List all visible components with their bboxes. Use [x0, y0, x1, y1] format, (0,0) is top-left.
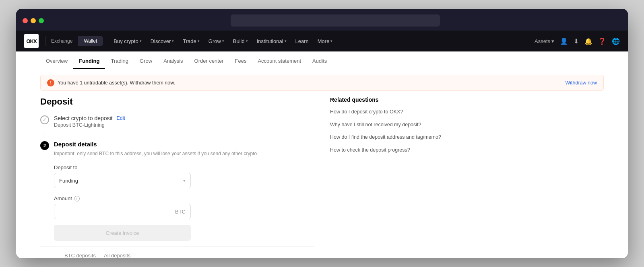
create-invoice-button[interactable]: Create invoice	[54, 225, 191, 241]
nav-item-build[interactable]: Build ▾	[229, 36, 252, 47]
step-2-content: Deposit details Important: only send BTC…	[54, 141, 314, 241]
step-1-sublabel: Deposit BTC-Lightning	[54, 122, 314, 128]
related-title: Related questions	[330, 97, 443, 103]
deposit-title: Deposit	[40, 97, 314, 107]
chevron-down-icon: ▾	[140, 39, 142, 43]
alert-left: ! You have 1 untradable asset(s). Withdr…	[47, 79, 175, 86]
nav-item-buy-crypto[interactable]: Buy crypto ▾	[109, 36, 145, 47]
chevron-down-icon: ▾	[222, 39, 224, 43]
assets-button[interactable]: Assets ▾	[535, 38, 554, 44]
nav-item-institutional[interactable]: Institutional ▾	[253, 36, 291, 47]
close-button-icon[interactable]	[23, 18, 28, 23]
browser-content: OKX Exchange Wallet Buy crypto ▾ Discove…	[16, 31, 628, 258]
tab-order-center[interactable]: Order center	[189, 58, 229, 69]
deposit-to-select[interactable]: Funding ▾	[54, 173, 191, 188]
step-1-label: Select crypto to deposit	[54, 115, 113, 121]
user-icon[interactable]: 👤	[560, 37, 568, 45]
amount-input[interactable]	[59, 209, 175, 215]
nav-item-grow[interactable]: Grow ▾	[204, 36, 228, 47]
nav-right: Assets ▾ 👤 ⬇ 🔔 ❓ 🌐	[535, 37, 620, 45]
step-2-label: Deposit details	[54, 141, 314, 148]
step-1-circle: ✓	[40, 115, 49, 124]
btc-deposits-tab[interactable]: BTC deposits	[64, 253, 96, 258]
globe-icon[interactable]: 🌐	[612, 37, 620, 45]
step-1-content: Select crypto to deposit Edit Deposit BT…	[54, 115, 314, 128]
tab-fees[interactable]: Fees	[229, 58, 252, 69]
amount-label: Amount i	[54, 195, 314, 201]
minimize-button-icon[interactable]	[31, 18, 36, 23]
address-bar[interactable]	[231, 14, 440, 27]
logo-text: OKX	[26, 38, 36, 44]
chevron-down-icon: ▾	[330, 39, 332, 43]
tab-trading[interactable]: Trading	[105, 58, 134, 69]
step-connector	[45, 134, 45, 139]
select-chevron-icon: ▾	[183, 178, 186, 183]
amount-section: Amount i BTC	[54, 195, 314, 219]
tab-analysis[interactable]: Analysis	[158, 58, 188, 69]
edit-link[interactable]: Edit	[117, 115, 126, 121]
tab-account-statement[interactable]: Account statement	[252, 58, 307, 69]
nav-item-discover[interactable]: Discover ▾	[147, 36, 178, 47]
chevron-down-icon: ▾	[198, 39, 200, 43]
tab-overview[interactable]: Overview	[40, 58, 73, 69]
related-question-3[interactable]: How to check the deposit progress?	[330, 147, 443, 154]
deposit-to-label: Deposit to	[54, 164, 314, 170]
deposit-to-section: Deposit to Funding ▾	[54, 164, 314, 188]
step-2-note: Important: only send BTC to this address…	[54, 150, 314, 157]
right-section: Related questions How do I deposit crypt…	[330, 97, 443, 258]
chevron-down-icon: ▾	[551, 38, 554, 44]
top-nav: OKX Exchange Wallet Buy crypto ▾ Discove…	[16, 31, 628, 51]
tab-audits[interactable]: Audits	[307, 58, 332, 69]
related-question-0[interactable]: How do I deposit crypto to OKX?	[330, 109, 443, 116]
step-2-circle: 2	[40, 141, 49, 150]
chevron-down-icon: ▾	[285, 39, 287, 43]
alert-bar: ! You have 1 untradable asset(s). Withdr…	[40, 75, 604, 91]
bottom-tabs: BTC deposits All deposits	[40, 246, 314, 258]
nav-items: Buy crypto ▾ Discover ▾ Trade ▾ Grow ▾ B…	[109, 36, 535, 47]
amount-input-wrap: BTC	[54, 204, 191, 219]
tab-funding[interactable]: Funding	[73, 58, 105, 69]
all-deposits-tab[interactable]: All deposits	[104, 253, 130, 258]
chevron-down-icon: ▾	[172, 39, 174, 43]
help-icon[interactable]: ❓	[598, 37, 606, 45]
left-section: Deposit ✓ Select crypto to deposit Edit …	[40, 97, 314, 258]
sub-nav: Overview Funding Trading Grow Analysis O…	[16, 51, 628, 69]
tab-grow[interactable]: Grow	[134, 58, 158, 69]
content-body: Deposit ✓ Select crypto to deposit Edit …	[16, 97, 628, 258]
related-question-1[interactable]: Why have I still not received my deposit…	[330, 121, 443, 129]
amount-info-icon[interactable]: i	[74, 196, 80, 201]
related-question-2[interactable]: How do I find the deposit address and ta…	[330, 134, 443, 141]
browser-chrome	[16, 9, 628, 31]
main-content: Overview Funding Trading Grow Analysis O…	[16, 51, 628, 258]
maximize-button-icon[interactable]	[39, 18, 44, 23]
wallet-toggle-button[interactable]: Wallet	[78, 36, 103, 46]
alert-icon: !	[47, 79, 54, 86]
step-1-row: ✓ Select crypto to deposit Edit Deposit …	[40, 115, 314, 128]
nav-item-trade[interactable]: Trade ▾	[179, 36, 203, 47]
amount-unit: BTC	[175, 209, 186, 215]
bell-icon[interactable]: 🔔	[584, 37, 592, 45]
alert-text: You have 1 untradable asset(s). Withdraw…	[58, 80, 175, 86]
browser-window: OKX Exchange Wallet Buy crypto ▾ Discove…	[16, 9, 628, 258]
download-icon[interactable]: ⬇	[574, 37, 579, 45]
chevron-down-icon: ▾	[246, 39, 248, 43]
nav-item-learn[interactable]: Learn	[291, 36, 313, 47]
exchange-toggle-button[interactable]: Exchange	[45, 36, 78, 46]
logo[interactable]: OKX	[24, 34, 39, 48]
traffic-lights	[23, 18, 44, 23]
withdraw-now-link[interactable]: Withdraw now	[566, 80, 597, 86]
nav-item-more[interactable]: More ▾	[314, 36, 337, 47]
step-1-header: Select crypto to deposit Edit	[54, 115, 314, 121]
step-2-row: 2 Deposit details Important: only send B…	[40, 141, 314, 241]
nav-toggle: Exchange Wallet	[45, 36, 103, 46]
